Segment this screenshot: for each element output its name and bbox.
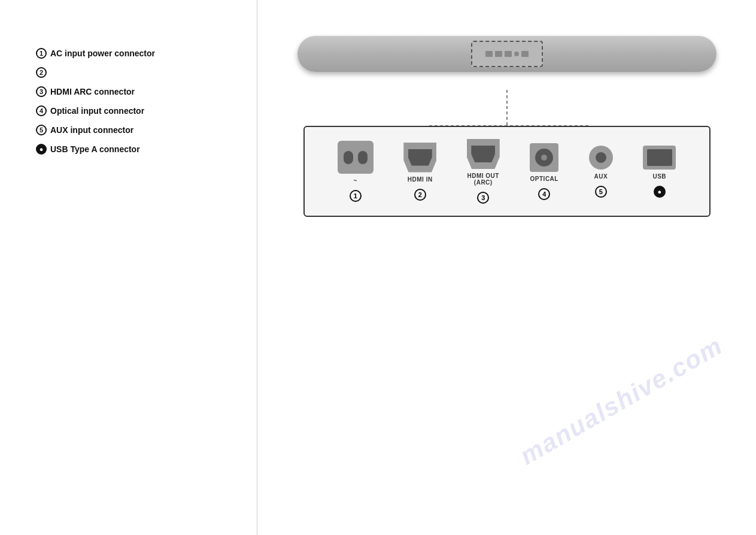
list-item-4: 4 Optical input connector — [36, 105, 239, 116]
connector-detail-box: ~ 1 HDMI IN 2 HDMI OUT (ARC) 3 — [303, 126, 711, 217]
port-usb: USB ● — [643, 146, 676, 198]
item-1-number: 1 — [36, 48, 47, 59]
port-aux: AUX 5 — [589, 146, 613, 198]
hdmi-in-label: HDMI IN — [408, 176, 433, 183]
item-3-number: 3 — [36, 86, 47, 97]
item-6-number: ● — [36, 144, 47, 155]
item-5-number: 5 — [36, 125, 47, 135]
port-optical: OPTICAL 4 — [530, 143, 558, 200]
port-hdmi-in: HDMI IN 2 — [403, 143, 436, 201]
connector-list-panel: 1 AC input power connector 2 3 HDMI ARC … — [0, 0, 257, 535]
usb-inner — [647, 149, 672, 166]
hdmi-out-number: 3 — [477, 192, 489, 204]
power-hole-2 — [358, 151, 368, 164]
mini-port-1 — [485, 51, 493, 57]
item-4-number: 4 — [36, 105, 47, 116]
power-label: ~ — [354, 177, 357, 184]
watermark: manualshive.com — [515, 331, 727, 471]
hdmi-in-number: 2 — [414, 189, 426, 201]
item-6-label: USB Type A connector — [50, 144, 140, 154]
hdmi-out-label: HDMI OUT (ARC) — [467, 173, 499, 186]
soundbar-body — [297, 36, 716, 72]
usb-number: ● — [654, 186, 666, 198]
optical-inner — [535, 149, 553, 167]
dashed-line-svg — [297, 90, 716, 126]
soundbar-top-view — [297, 36, 716, 72]
item-3-label: HDMI ARC connector — [50, 87, 135, 96]
power-icon — [338, 141, 374, 174]
aux-label: AUX — [594, 173, 608, 180]
connector-highlight — [471, 41, 543, 67]
power-number: 1 — [350, 190, 362, 202]
mini-port-5 — [521, 51, 529, 57]
aux-number: 5 — [595, 186, 607, 198]
hdmi-out-inner — [471, 146, 495, 162]
mini-port-2 — [495, 51, 502, 57]
item-1-label: AC input power connector — [50, 49, 155, 58]
item-4-label: Optical input connector — [50, 106, 144, 116]
hdmi-in-icon — [403, 143, 436, 173]
item-5-label: AUX input connector — [50, 125, 133, 135]
power-hole-1 — [344, 151, 353, 164]
diagram-panel: ~ 1 HDMI IN 2 HDMI OUT (ARC) 3 — [257, 0, 756, 535]
item-2-number: 2 — [36, 67, 47, 78]
list-item-5: 5 AUX input connector — [36, 125, 239, 135]
aux-icon — [589, 146, 613, 170]
optical-label: OPTICAL — [530, 176, 558, 182]
connector-list: 1 AC input power connector 2 3 HDMI ARC … — [36, 48, 239, 155]
optical-center — [541, 155, 547, 161]
list-item-3: 3 HDMI ARC connector — [36, 86, 239, 97]
mini-port-3 — [505, 51, 512, 57]
optical-icon — [530, 143, 558, 172]
optical-number: 4 — [538, 188, 550, 200]
port-power: ~ 1 — [338, 141, 374, 202]
list-item-6: ● USB Type A connector — [36, 144, 239, 155]
hdmi-out-icon — [467, 139, 500, 169]
list-item-2: 2 — [36, 67, 239, 78]
port-hdmi-out: HDMI OUT (ARC) 3 — [467, 139, 500, 204]
usb-icon — [643, 146, 676, 170]
hdmi-in-inner — [408, 149, 432, 166]
power-holes — [344, 151, 368, 164]
dashed-line — [297, 90, 716, 126]
list-item-1: 1 AC input power connector — [36, 48, 239, 59]
usb-label: USB — [652, 173, 666, 180]
aux-inner — [596, 152, 606, 163]
mini-port-4 — [514, 52, 519, 56]
